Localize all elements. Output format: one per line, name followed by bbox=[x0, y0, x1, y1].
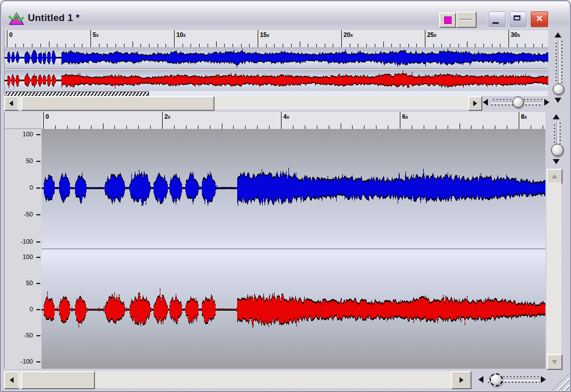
ruler-tick bbox=[383, 41, 384, 47]
main-scroll-right-button[interactable] bbox=[451, 371, 471, 389]
ruler-tick bbox=[49, 41, 49, 47]
amplitude-tick-label: 0 bbox=[8, 184, 33, 191]
close-icon: ✕ bbox=[531, 14, 548, 24]
ruler-tick-label: 25s bbox=[427, 31, 437, 38]
arrow-right-icon bbox=[473, 101, 477, 106]
amplitude-tick-dash bbox=[36, 161, 40, 162]
amplitude-axis-gutter: 100500-50-100100500-50-100 bbox=[4, 129, 43, 369]
overview-time-ruler[interactable]: 05s10s15s20s25s30s bbox=[4, 30, 548, 48]
overview-hzoom-thumb[interactable] bbox=[512, 97, 524, 108]
ruler-tick bbox=[300, 41, 300, 47]
ruler-tick-label: 0 bbox=[9, 31, 13, 38]
amplitude-tick-dash bbox=[36, 361, 40, 362]
amplitude-tick-label: -50 bbox=[8, 211, 33, 218]
close-button[interactable]: ✕ bbox=[530, 11, 549, 28]
amplitude-tick-dash bbox=[36, 335, 40, 336]
amplitude-tick-label: -100 bbox=[8, 358, 33, 365]
main-zoom-out-arrow-icon[interactable] bbox=[478, 376, 483, 383]
dash-icon bbox=[460, 19, 472, 20]
ruler-major-tick bbox=[281, 112, 282, 129]
goldwave-sound-icon bbox=[9, 11, 24, 26]
ruler-tick-label: 2s bbox=[164, 113, 170, 120]
main-scrollbar-thumb[interactable] bbox=[21, 371, 95, 389]
ruler-tick-label: 20s bbox=[344, 31, 353, 38]
ruler-tick bbox=[341, 123, 341, 129]
overview-vzoom-track[interactable] bbox=[555, 40, 563, 84]
minimize-icon bbox=[493, 22, 499, 24]
ruler-major-tick bbox=[43, 112, 44, 129]
ruler-tick bbox=[222, 123, 222, 129]
arrow-up-icon bbox=[552, 174, 557, 178]
ruler-tick-label: 10s bbox=[176, 31, 186, 38]
maximize-button[interactable] bbox=[509, 11, 527, 28]
amplitude-tick-dash bbox=[36, 309, 40, 310]
amplitude-tick-label: -100 bbox=[8, 238, 33, 245]
main-ruler-corner bbox=[4, 112, 42, 129]
main-vzoom-up-arrow-icon[interactable] bbox=[553, 114, 560, 119]
main-waveform-right-canvas[interactable] bbox=[42, 250, 545, 369]
main-vscroll-down-button[interactable] bbox=[547, 354, 562, 370]
main-vzoom-thumb[interactable] bbox=[551, 144, 564, 156]
main-zoom-in-arrow-icon[interactable] bbox=[541, 376, 546, 383]
ruler-major-tick bbox=[7, 30, 7, 47]
main-vscrollbar-track[interactable] bbox=[547, 182, 561, 354]
main-vzoom-down-arrow-icon[interactable] bbox=[553, 159, 560, 164]
overview-vzoom-up-arrow-icon[interactable] bbox=[555, 32, 561, 37]
window-title: Untitled 1 * bbox=[28, 12, 80, 24]
overview-waveform-left-canvas[interactable] bbox=[5, 47, 548, 68]
overview-right-channel-strip[interactable] bbox=[4, 70, 548, 91]
amplitude-tick-label: -50 bbox=[8, 332, 33, 339]
main-scroll-left-button[interactable] bbox=[4, 371, 19, 389]
overview-zoom-out-arrow-icon[interactable] bbox=[483, 99, 488, 106]
ruler-tick-label: 15s bbox=[260, 31, 270, 38]
main-time-ruler[interactable]: 02s4s6s8s bbox=[42, 112, 545, 130]
ruler-major-tick bbox=[258, 30, 258, 47]
overview-scroll-right-button[interactable] bbox=[468, 96, 482, 111]
overview-zoom-in-arrow-icon[interactable] bbox=[544, 99, 549, 106]
overview-vzoom-thumb[interactable] bbox=[553, 84, 564, 95]
maximize-icon bbox=[514, 15, 520, 20]
ruler-major-tick bbox=[90, 30, 91, 47]
amplitude-tick-dash bbox=[36, 134, 40, 135]
ruler-major-tick bbox=[341, 30, 342, 47]
amplitude-tick-dash bbox=[36, 241, 40, 243]
amplitude-tick-dash bbox=[36, 257, 40, 258]
waveform-edit-area[interactable] bbox=[42, 129, 545, 369]
amplitude-tick-dash bbox=[36, 283, 40, 284]
ruler-tick-label: 8s bbox=[521, 113, 527, 120]
ruler-tick bbox=[133, 41, 133, 47]
overview-view-region-row bbox=[4, 91, 548, 96]
arrow-left-icon bbox=[9, 101, 13, 106]
main-vzoom-track[interactable] bbox=[553, 122, 561, 144]
amplitude-tick-label: 50 bbox=[8, 280, 33, 286]
amplitude-tick-dash bbox=[36, 214, 40, 215]
ruler-tick bbox=[467, 41, 467, 47]
amplitude-tick-label: 50 bbox=[8, 157, 33, 164]
amplitude-tick-label: 0 bbox=[8, 306, 33, 312]
title-bar[interactable]: Untitled 1 * ✕ bbox=[2, 2, 569, 28]
marker-color-button[interactable] bbox=[439, 12, 456, 28]
overview-scrollbar-thumb[interactable] bbox=[21, 96, 214, 111]
ruler-major-tick bbox=[400, 112, 400, 129]
overview-vzoom-down-arrow-icon[interactable] bbox=[555, 98, 561, 103]
document-window: Untitled 1 * ✕ 05s10s15s20s25s30s 02s4s6… bbox=[0, 0, 571, 392]
main-hzoom-thumb[interactable] bbox=[490, 373, 503, 386]
arrow-right-icon bbox=[460, 377, 464, 383]
blank-button[interactable] bbox=[456, 11, 477, 28]
ruler-tick bbox=[460, 123, 460, 129]
ruler-tick-label: 30s bbox=[511, 31, 520, 38]
overview-scroll-left-button[interactable] bbox=[4, 96, 18, 111]
main-vscroll-up-button[interactable] bbox=[547, 169, 562, 184]
main-waveform-left-canvas[interactable] bbox=[42, 129, 545, 248]
ruler-tick-label: 0 bbox=[45, 113, 49, 120]
window-resize-grip[interactable] bbox=[550, 371, 569, 390]
ruler-tick bbox=[103, 123, 104, 129]
minimize-button[interactable] bbox=[488, 11, 506, 28]
ruler-tick-label: 5s bbox=[93, 31, 98, 38]
overview-left-channel-strip[interactable] bbox=[4, 47, 548, 68]
amplitude-tick-dash bbox=[36, 187, 40, 189]
amplitude-tick-label: 100 bbox=[8, 131, 33, 137]
ruler-major-tick bbox=[174, 30, 175, 47]
arrow-down-icon bbox=[552, 360, 557, 364]
overview-waveform-right-canvas[interactable] bbox=[5, 70, 548, 91]
